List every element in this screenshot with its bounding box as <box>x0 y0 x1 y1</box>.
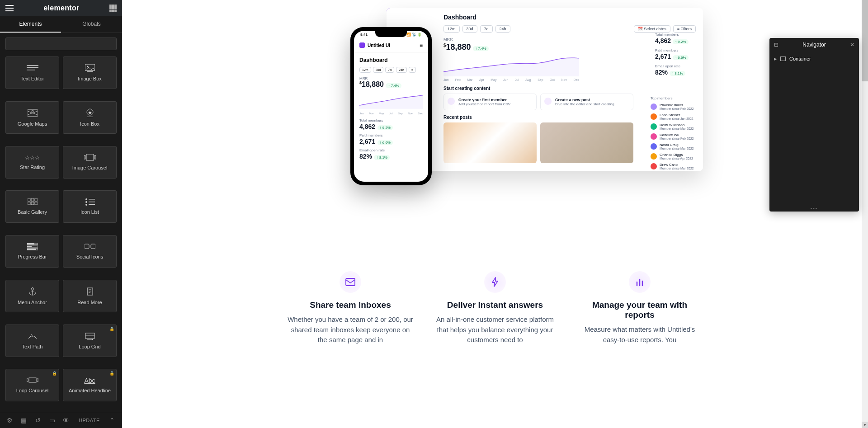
widget-label: Basic Gallery <box>18 209 47 215</box>
top-members-panel: Top members Phoenix BakerMember since Fe… <box>651 96 696 171</box>
widget-basic-gallery[interactable]: Basic Gallery <box>5 190 59 223</box>
svg-rect-12 <box>94 155 96 159</box>
svg-rect-10 <box>86 154 94 160</box>
svg-rect-2 <box>27 70 35 71</box>
read-more-icon <box>86 287 94 296</box>
navigator-resize-handle[interactable]: ••• <box>769 205 859 212</box>
widget-icon-list[interactable]: Icon List <box>63 190 117 223</box>
phone-mockup: 9:41📶 📡 🔋 Untitled UI≡ Dashboard 12m 30d… <box>350 27 432 185</box>
svg-rect-5 <box>87 71 93 72</box>
svg-rect-42 <box>29 378 36 382</box>
widget-label: Icon Box <box>80 121 99 127</box>
scroll-down-arrow[interactable]: ▼ <box>862 422 868 428</box>
widget-animated-headline[interactable]: 🔒AbcAnimated Headline <box>63 369 117 401</box>
history-icon[interactable]: ↺ <box>32 414 44 427</box>
widget-label: Icon List <box>80 209 99 215</box>
filter-12m: 12m <box>443 25 460 33</box>
preview-icon[interactable]: 👁 <box>60 414 72 427</box>
right-stats: Total members4,862↑ 9.2% Paid members2,6… <box>655 33 696 80</box>
navigator-item-container[interactable]: ▶ Container <box>769 53 859 64</box>
widget-search-input[interactable] <box>5 38 117 50</box>
close-icon[interactable]: ✕ <box>850 42 854 48</box>
widget-star-rating[interactable]: ☆☆☆Star Rating <box>5 146 59 179</box>
widget-social-icons[interactable]: Social Icons <box>63 235 117 268</box>
layers-icon[interactable]: ▤ <box>18 414 30 427</box>
apps-grid-icon[interactable] <box>109 5 117 12</box>
widget-label: Menu Anchor <box>18 300 47 305</box>
settings-icon[interactable]: ⚙ <box>4 414 16 427</box>
start-creating-label: Start creating content <box>443 86 696 91</box>
filter-icon: ≡ <box>409 67 416 73</box>
progress-bar-icon <box>27 243 38 250</box>
chart-months: JanFebMarAprMayJunJulAugSepOctNovDec <box>443 78 579 81</box>
sidebar-tabs: Elements Globals <box>0 16 122 33</box>
feature-title: Deliver instant answers <box>432 300 558 310</box>
navigator-header[interactable]: ⊟ Navigator ✕ <box>769 38 859 52</box>
container-icon <box>780 56 786 61</box>
widget-icon-box[interactable]: Icon Box <box>63 101 117 134</box>
svg-point-19 <box>85 198 87 200</box>
widget-image-carousel[interactable]: Image Carousel <box>63 146 117 179</box>
svg-rect-18 <box>35 202 38 205</box>
tab-globals[interactable]: Globals <box>61 16 122 33</box>
image-carousel-icon <box>84 154 96 161</box>
sidebar-header: elementor <box>0 0 122 16</box>
phone-dashboard-title: Dashboard <box>359 57 423 63</box>
mrr-value: 18,880 <box>446 42 471 52</box>
filter-30d: 30d <box>462 25 477 33</box>
svg-point-4 <box>87 66 88 67</box>
tab-elements[interactable]: Elements <box>0 16 61 33</box>
widget-label: Progress Bar <box>18 254 47 259</box>
dock-icon[interactable]: ⊟ <box>774 42 778 48</box>
menu-anchor-icon <box>28 287 37 296</box>
svg-rect-26 <box>27 243 34 245</box>
editor-canvas[interactable]: Untitled UI ⌕ Search Dashboard 12m 30d 7… <box>122 0 868 428</box>
widget-label: Star Rating <box>20 165 45 170</box>
svg-point-21 <box>85 201 87 203</box>
navigator-panel[interactable]: ⊟ Navigator ✕ ▶ Container ••• <box>769 38 859 212</box>
feature-desc: An all-in-one customer service platform … <box>432 315 558 345</box>
mrr-label: MRR <box>443 37 489 42</box>
window-scrollbar[interactable]: ▲ ▼ <box>862 0 868 428</box>
svg-rect-32 <box>91 244 95 249</box>
svg-rect-28 <box>27 246 32 247</box>
menu-icon[interactable] <box>5 5 14 11</box>
svg-rect-45 <box>346 278 355 286</box>
svg-rect-15 <box>35 198 38 201</box>
scrollbar-thumb[interactable] <box>862 0 868 81</box>
widget-text-path[interactable]: AText Path <box>5 325 59 357</box>
widget-label: Animated Headline <box>69 388 111 393</box>
update-button[interactable]: UPDATE <box>74 418 104 423</box>
widget-menu-anchor[interactable]: Menu Anchor <box>5 280 59 312</box>
feature-desc: Measure what matters with Untitled's eas… <box>576 325 703 345</box>
google-maps-icon <box>28 108 38 118</box>
widget-text-editor[interactable]: Text Editor <box>5 56 59 89</box>
widget-progress-bar[interactable]: Progress Bar <box>5 235 59 268</box>
widget-loop-grid[interactable]: 🔒Loop Grid <box>63 325 117 357</box>
icon-list-icon <box>85 198 95 206</box>
widget-image-box[interactable]: Image Box <box>63 56 117 89</box>
chevron-up-icon[interactable]: ⌃ <box>106 414 118 427</box>
feature-reports: Manage your team with reports Measure wh… <box>576 271 703 345</box>
widget-label: Image Box <box>78 76 102 81</box>
svg-rect-0 <box>27 65 38 66</box>
responsive-icon[interactable]: ▭ <box>46 414 58 427</box>
feature-inboxes: Share team inboxes Whether you have a te… <box>287 271 414 345</box>
widget-label: Loop Grid <box>79 344 100 349</box>
widget-loop-carousel[interactable]: 🔒Loop Carousel <box>5 369 59 401</box>
feature-title: Manage your team with reports <box>576 300 703 320</box>
widget-label: Loop Carousel <box>16 388 49 393</box>
chevron-right-icon[interactable]: ▶ <box>774 57 777 61</box>
desktop-mockup: Dashboard 12m 30d 7d 24h 📅 Select dates … <box>387 8 703 171</box>
animated-headline-icon: Abc <box>84 377 95 384</box>
loop-carousel-icon <box>27 377 38 384</box>
widget-label: Read More <box>77 300 102 305</box>
widget-read-more[interactable]: Read More <box>63 280 117 312</box>
widget-google-maps[interactable]: Google Maps <box>5 101 59 134</box>
widget-label: Google Maps <box>18 121 47 127</box>
lock-icon: 🔒 <box>109 371 114 376</box>
svg-rect-9 <box>87 117 93 117</box>
social-icons-icon <box>85 243 95 250</box>
lightning-icon <box>484 271 506 293</box>
mrr-chart <box>443 54 579 76</box>
